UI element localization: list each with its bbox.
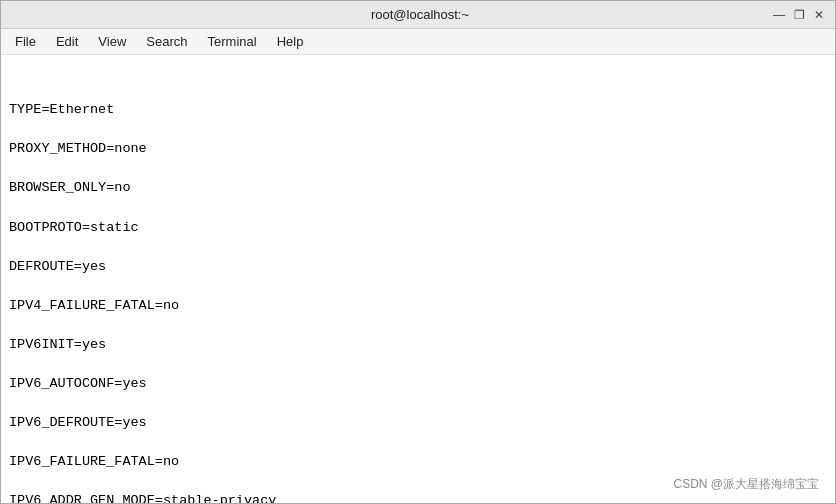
window-controls: — ❐ ✕ <box>771 7 827 23</box>
terminal-line: IPV6_AUTOCONF=yes <box>9 374 827 394</box>
menu-item-view[interactable]: View <box>90 32 134 51</box>
terminal-line: IPV4_FAILURE_FATAL=no <box>9 296 827 316</box>
terminal-line: BOOTPROTO=static <box>9 218 827 238</box>
menu-item-search[interactable]: Search <box>138 32 195 51</box>
title-bar: root@localhost:~ — ❐ ✕ <box>1 1 835 29</box>
terminal-body[interactable]: TYPE=Ethernet PROXY_METHOD=none BROWSER_… <box>1 55 835 503</box>
terminal-line: PROXY_METHOD=none <box>9 139 827 159</box>
window-title: root@localhost:~ <box>69 7 771 22</box>
terminal-content: TYPE=Ethernet PROXY_METHOD=none BROWSER_… <box>9 61 827 503</box>
terminal-line: IPV6_ADDR_GEN_MODE=stable-privacy <box>9 491 827 503</box>
terminal-line: BROWSER_ONLY=no <box>9 178 827 198</box>
terminal-line: IPV6INIT=yes <box>9 335 827 355</box>
terminal-line: DEFROUTE=yes <box>9 257 827 277</box>
minimize-button[interactable]: — <box>771 7 787 23</box>
terminal-window: root@localhost:~ — ❐ ✕ FileEditViewSearc… <box>0 0 836 504</box>
menu-item-edit[interactable]: Edit <box>48 32 86 51</box>
menu-item-file[interactable]: File <box>7 32 44 51</box>
menu-bar: FileEditViewSearchTerminalHelp <box>1 29 835 55</box>
watermark: CSDN @派大星搭海绵宝宝 <box>673 476 819 493</box>
menu-item-terminal[interactable]: Terminal <box>200 32 265 51</box>
terminal-line: IPV6_FAILURE_FATAL=no <box>9 452 827 472</box>
terminal-line: IPV6_DEFROUTE=yes <box>9 413 827 433</box>
menu-item-help[interactable]: Help <box>269 32 312 51</box>
close-button[interactable]: ✕ <box>811 7 827 23</box>
terminal-line: TYPE=Ethernet <box>9 100 827 120</box>
maximize-button[interactable]: ❐ <box>791 7 807 23</box>
